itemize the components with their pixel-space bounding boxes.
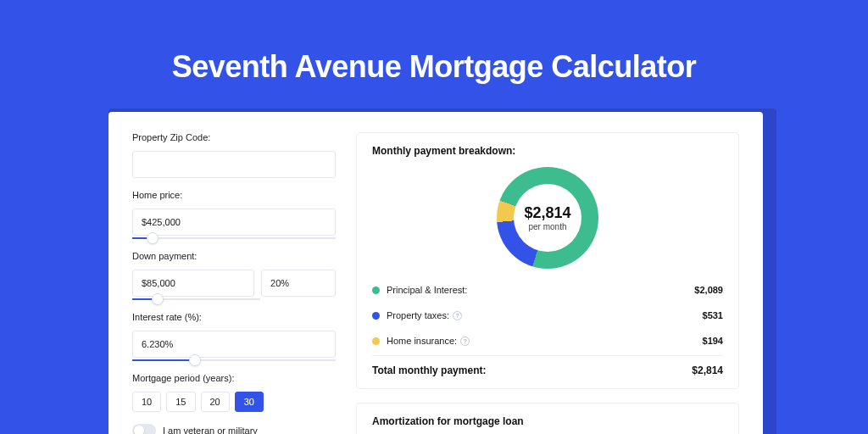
legend-label-text: Property taxes:: [387, 310, 449, 320]
zip-label: Property Zip Code:: [132, 132, 336, 142]
home-price-input[interactable]: [132, 209, 336, 236]
down-payment-field-group: Down payment:: [132, 251, 336, 300]
home-price-slider[interactable]: [132, 237, 336, 239]
legend-value: $2,089: [694, 285, 723, 295]
period-option-10[interactable]: 10: [132, 392, 161, 412]
breakdown-panel: Monthly payment breakdown: $2,814 per mo…: [356, 132, 739, 389]
calculator-card: Property Zip Code: Home price: Down paym…: [108, 112, 763, 434]
legend-label: Principal & Interest:: [387, 285, 694, 295]
mortgage-period-field-group: Mortgage period (years): 10 15 20 30: [132, 373, 336, 412]
period-option-30[interactable]: 30: [235, 392, 264, 412]
period-option-20[interactable]: 20: [201, 392, 230, 412]
donut-total: $2,814: [497, 204, 598, 222]
amortization-panel: Amortization for mortgage loan Amortizat…: [356, 403, 739, 434]
help-icon[interactable]: ?: [460, 337, 470, 346]
home-price-field-group: Home price:: [132, 190, 336, 239]
interest-rate-field-group: Interest rate (%):: [132, 312, 336, 361]
legend: Principal & Interest:$2,089Property taxe…: [372, 277, 723, 353]
donut-chart-wrap: $2,814 per month: [372, 162, 723, 277]
donut-subtitle: per month: [497, 222, 598, 231]
donut-center: $2,814 per month: [497, 204, 598, 231]
zip-field-group: Property Zip Code:: [132, 132, 336, 178]
blue-dot-icon: [372, 312, 380, 320]
amortization-title: Amortization for mortgage loan: [372, 415, 723, 427]
period-option-15[interactable]: 15: [166, 392, 195, 412]
mortgage-period-options: 10 15 20 30: [132, 392, 336, 412]
total-value: $2,814: [692, 364, 723, 376]
slider-fill: [132, 359, 195, 361]
legend-value: $194: [703, 336, 723, 346]
interest-rate-input[interactable]: [132, 331, 336, 358]
total-label: Total monthly payment:: [372, 364, 486, 376]
legend-label: Home insurance:?: [387, 336, 703, 346]
inputs-column: Property Zip Code: Home price: Down paym…: [132, 132, 336, 434]
total-row: Total monthly payment: $2,814: [372, 355, 723, 376]
veteran-toggle-row: I am veteran or military: [132, 424, 336, 434]
donut-chart: $2,814 per month: [497, 167, 598, 269]
help-icon[interactable]: ?: [453, 311, 462, 320]
legend-row: Principal & Interest:$2,089: [372, 277, 723, 303]
legend-value: $531: [703, 310, 723, 320]
slider-thumb[interactable]: [152, 293, 164, 305]
slider-thumb[interactable]: [147, 232, 159, 244]
down-payment-percent-input[interactable]: [261, 270, 336, 297]
legend-row: Home insurance:?$194: [372, 328, 723, 353]
zip-input[interactable]: [132, 151, 336, 178]
interest-rate-label: Interest rate (%):: [132, 312, 336, 322]
down-payment-label: Down payment:: [132, 251, 336, 261]
slider-thumb[interactable]: [189, 354, 201, 366]
page-title: Seventh Avenue Mortgage Calculator: [0, 0, 868, 85]
legend-label-text: Home insurance:: [387, 336, 457, 346]
green-dot-icon: [372, 287, 380, 294]
breakdown-title: Monthly payment breakdown:: [372, 145, 723, 157]
interest-rate-slider[interactable]: [132, 359, 336, 361]
mortgage-period-label: Mortgage period (years):: [132, 373, 336, 383]
down-payment-amount-input[interactable]: [132, 270, 254, 297]
results-column: Monthly payment breakdown: $2,814 per mo…: [356, 132, 739, 434]
yellow-dot-icon: [372, 337, 380, 345]
down-payment-slider[interactable]: [132, 298, 260, 300]
legend-label-text: Principal & Interest:: [387, 285, 467, 295]
home-price-label: Home price:: [132, 190, 336, 200]
veteran-toggle-label: I am veteran or military: [163, 426, 258, 434]
veteran-toggle[interactable]: [132, 424, 156, 434]
legend-row: Property taxes:?$531: [372, 303, 723, 328]
legend-label: Property taxes:?: [387, 310, 703, 320]
